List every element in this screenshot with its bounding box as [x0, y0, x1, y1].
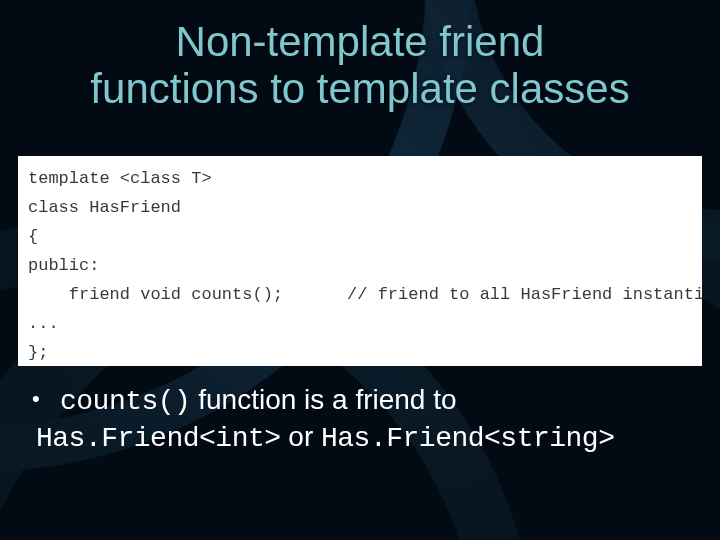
title-line-2: functions to template classes — [90, 65, 629, 112]
code-block: template <class T> class HasFriend { pub… — [18, 156, 702, 366]
code-inline: Has.Friend<int> — [36, 423, 281, 454]
slide-title: Non-template friend functions to templat… — [0, 18, 720, 112]
code-line: template <class T> — [28, 169, 212, 188]
code-line: ... — [28, 314, 59, 333]
slide: Non-template friend functions to templat… — [0, 0, 720, 540]
bullet-continuation: Has.Friend<int> or Has.Friend<string> — [36, 419, 672, 456]
code-line: friend void counts(); — [28, 285, 283, 304]
code-line: class HasFriend — [28, 198, 181, 217]
code-inline: Has.Friend<string> — [321, 423, 614, 454]
bullet-item: • counts() function is a friend to — [32, 382, 672, 419]
bullet-list: • counts() function is a friend to Has.F… — [32, 382, 672, 456]
code-line: { — [28, 227, 38, 246]
bullet-text-part: or — [281, 421, 321, 452]
bullet-text-part: function is a friend to — [190, 384, 456, 415]
bullet-text: counts() function is a friend to — [60, 382, 457, 419]
code-comment: // friend to all HasFriend instantiation… — [347, 285, 702, 304]
code-line: public: — [28, 256, 99, 275]
code-line: }; — [28, 343, 48, 362]
bullet-dot-icon: • — [32, 382, 60, 419]
code-inline: counts() — [60, 386, 190, 417]
title-line-1: Non-template friend — [176, 18, 545, 65]
